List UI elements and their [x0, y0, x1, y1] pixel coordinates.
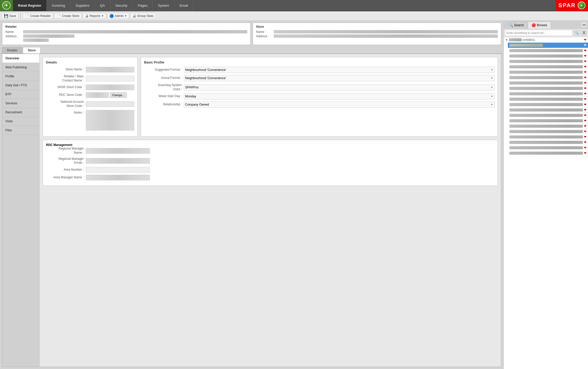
rdc-change-button[interactable]: Change...: [110, 92, 127, 98]
rdc-management-title: RDC Management: [46, 143, 495, 147]
suggested-format-label: Suggested Format :: [144, 68, 184, 72]
list-item[interactable]: ❤: [508, 91, 588, 97]
expand-button[interactable]: ⇔: [581, 22, 587, 28]
nav-tab-pages[interactable]: Pages: [133, 0, 153, 11]
scanning-system-select[interactable]: SPARPos Other: [184, 84, 495, 90]
reports-button[interactable]: 🖨 Reports ▼: [83, 13, 106, 19]
reports-icon: 🖨: [85, 14, 89, 18]
actual-format-row: Actual Format : Neighbourhood 'Convenien…: [144, 75, 495, 81]
rdc-store-code-input[interactable]: [86, 92, 109, 98]
toolbar: 💾 Save 📄 Create Retailer 📄 Create Store …: [0, 11, 588, 21]
admin-dropdown-arrow: ▼: [125, 15, 127, 17]
notes-label: Notes :: [46, 110, 86, 115]
app-logo-button[interactable]: ✦: [0, 0, 13, 11]
retailer-contact-input[interactable]: [86, 76, 134, 81]
list-item[interactable]: ❤: [508, 124, 588, 129]
regional-manager-email-input[interactable]: [86, 158, 150, 164]
sidebar-item-services[interactable]: Services: [2, 99, 39, 108]
sidebar-item-files[interactable]: Files: [2, 126, 39, 135]
store-panel-title: Store: [256, 25, 498, 29]
list-item[interactable]: ❤: [508, 140, 588, 145]
tab-store[interactable]: Store: [23, 47, 41, 53]
store-address-label: Address :: [256, 34, 273, 38]
create-store-button[interactable]: 📄 Create Store: [54, 13, 82, 19]
store-name-input[interactable]: [86, 67, 134, 72]
spar-short-code-input[interactable]: [86, 85, 134, 90]
sidebar-item-overview[interactable]: Overview: [2, 54, 39, 63]
list-item[interactable]: ❤: [508, 107, 588, 113]
regional-manager-name-input[interactable]: [86, 148, 150, 154]
admin-button[interactable]: 🔵 Admin ▼: [107, 13, 129, 19]
tree-root-item[interactable]: ▼ (rrt00001) ❤: [504, 37, 588, 43]
heart-icon: ❤: [584, 108, 586, 112]
list-item[interactable]: ❤: [508, 48, 588, 53]
nav-tab-qa[interactable]: QA: [95, 0, 110, 11]
area-number-input[interactable]: [86, 167, 150, 173]
heart-icon: ❤: [584, 103, 586, 106]
area-manager-name-label: Area Manager Name :: [46, 176, 86, 180]
tree-selected-text: [509, 44, 543, 47]
sidebar-item-profile[interactable]: Profile: [2, 72, 39, 81]
list-item[interactable]: ❤: [508, 75, 588, 80]
retailer-name-label: Name :: [5, 30, 22, 34]
rdc-store-code-group: Change...: [86, 92, 134, 98]
nav-tab-suppliers[interactable]: Suppliers: [70, 0, 95, 11]
list-item[interactable]: ❤: [508, 59, 588, 64]
relationship-select[interactable]: Company Owned Franchisee Symbol: [184, 102, 495, 108]
list-item[interactable]: ❤: [508, 151, 588, 156]
list-item[interactable]: ❤: [508, 86, 588, 91]
sidebar-item-web-publishing[interactable]: Web Publishing: [2, 63, 39, 72]
nav-tab-security[interactable]: Security: [110, 0, 133, 11]
heart-icon: ❤: [584, 70, 586, 74]
reports-dropdown-arrow: ▼: [101, 15, 104, 17]
sidebar-item-daily-deli[interactable]: Daily Deli / FTG: [2, 81, 39, 90]
sidebar-item-btp[interactable]: BTP: [2, 90, 39, 99]
heart-icon: ❤: [584, 65, 586, 69]
spar-short-code-label: SPAR Short Code :: [46, 85, 86, 89]
nav-tab-retail-register[interactable]: Retail Register: [13, 0, 47, 11]
logo-circle: ✦: [2, 1, 11, 10]
save-button[interactable]: 💾 Save: [2, 13, 18, 19]
suggested-format-select[interactable]: Neighbourhood 'Convenience' SPAR Express…: [184, 67, 495, 73]
group-stats-button[interactable]: 🖨 Group Stats: [130, 13, 156, 19]
sidebar-item-visits[interactable]: Visits: [2, 117, 39, 126]
list-item[interactable]: ❤: [508, 118, 588, 124]
tab-retailer[interactable]: Retailer: [2, 47, 22, 53]
nav-tabs: Retail Register Invoicing Suppliers QA S…: [13, 0, 556, 11]
search-go-button[interactable]: 🔍: [574, 30, 580, 36]
list-item[interactable]: ❤: [508, 102, 588, 107]
nav-tab-email[interactable]: Email: [175, 0, 194, 11]
area-manager-name-input[interactable]: [86, 175, 150, 180]
create-retailer-button[interactable]: 📄 Create Retailer: [22, 13, 53, 19]
week-start-select[interactable]: Monday Tuesday Wednesday Thursday Friday…: [184, 93, 495, 99]
actual-format-select[interactable]: Neighbourhood 'Convenience' SPAR Express…: [184, 75, 495, 81]
sidebar-item-recruitment[interactable]: Recruitment: [2, 108, 39, 117]
heart-icon: ❤: [584, 151, 586, 155]
list-item[interactable]: ❤: [508, 145, 588, 151]
rdc-store-code-label: RDC Store Code :: [46, 93, 86, 97]
main-layout: Retailer Name : Address : Store Name: [0, 21, 588, 369]
create-store-icon: 📄: [56, 14, 61, 18]
list-item[interactable]: ❤: [508, 53, 588, 59]
nav-tab-system[interactable]: System: [153, 0, 174, 11]
notes-textarea[interactable]: [86, 110, 134, 131]
rdc-store-code-row: RDC Store Code : Change...: [46, 92, 134, 98]
top-panels: Retailer Name : Address : Store Name: [0, 21, 503, 47]
heart-icon: ❤: [584, 76, 586, 79]
list-item[interactable]: ❤: [508, 64, 588, 70]
list-item[interactable]: ❤: [508, 129, 588, 134]
list-view-button[interactable]: ☰: [581, 30, 587, 36]
list-item[interactable]: ❤: [508, 113, 588, 118]
list-item[interactable]: ❤: [508, 80, 588, 86]
list-item[interactable]: ❤: [508, 97, 588, 102]
tab-browse[interactable]: 🔴 Browse: [528, 22, 551, 29]
national-account-input[interactable]: [86, 101, 134, 107]
nav-tab-invoicing[interactable]: Invoicing: [47, 0, 70, 11]
tab-search[interactable]: 🔍 Search: [505, 22, 528, 29]
store-name-label: Name :: [256, 30, 273, 34]
list-item[interactable]: ❤: [508, 70, 588, 75]
list-item[interactable]: ❤: [508, 134, 588, 140]
tree-selected-item[interactable]: ❤: [508, 43, 588, 48]
week-start-label: Week Start Day :: [144, 94, 184, 98]
search-input[interactable]: [505, 30, 573, 36]
